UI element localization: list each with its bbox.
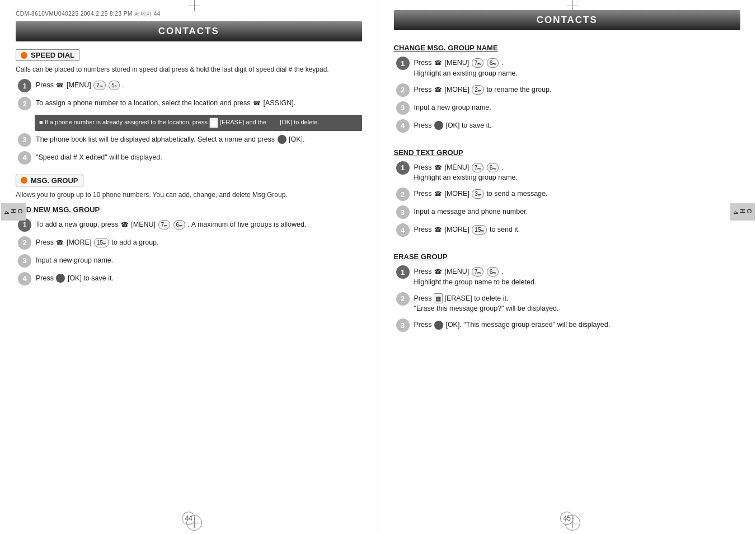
- eg-step-3: 3 Press [OK]. "This message group erased…: [396, 318, 741, 332]
- key-2cg: 2ₘ: [472, 85, 484, 95]
- cg-step-text-2: Press ☎ [MORE] 2ₘ to rename the group.: [414, 83, 552, 95]
- eg-step-num-3: 3: [396, 318, 410, 332]
- add-step-num-2: 2: [18, 236, 31, 250]
- erase-steps: 1 Press ☎ [MENU] 7ₘ 6ₘ .Highlight the gr…: [396, 265, 741, 332]
- st-step-4: 4 Press ☎ [MORE] 15ₘ to send it.: [396, 223, 741, 237]
- left-page: CDM-8610VMU040225 2004.2.25 8:23 PM 페이지 …: [0, 0, 378, 534]
- phone-icon-st1: ☎: [434, 163, 442, 172]
- cg-step-text-4: Press [OK] to save it.: [414, 119, 492, 131]
- crosshair-top-right: [567, 0, 578, 11]
- key-15st: 15ₘ: [472, 225, 487, 235]
- change-msg-steps: 1 Press ☎ [MENU] 7ₘ 6ₘ .Highlight an exi…: [396, 57, 741, 133]
- top-bar-left: CDM-8610VMU040225 2004.2.25 8:23 PM 페이지 …: [16, 10, 362, 18]
- key-7eg: 7ₘ: [472, 267, 484, 277]
- note-box-1: ■ If a phone number is already assigned …: [35, 115, 362, 131]
- st-step-text-1: Press ☎ [MENU] 7ₘ 6ₘ .Highlight an exist…: [414, 161, 518, 184]
- key-15a: 15ₘ: [94, 238, 109, 247]
- add-step-num-3: 3: [18, 254, 31, 268]
- send-text-group-section: SEND TEXT GROUP 1 Press ☎ [MENU] 7ₘ 6ₘ .…: [394, 143, 741, 242]
- speed-dial-section: SPEED DIAL Calls can be placed to number…: [16, 49, 362, 169]
- add-step-4: 4 Press [OK] to save it.: [18, 272, 362, 285]
- eg-step-2: 2 Press ▦ [ERASE] to delete it."Erase th…: [396, 292, 741, 315]
- erase-group-section: ERASE GROUP 1 Press ☎ [MENU] 7ₘ 6ₘ .High…: [394, 247, 741, 336]
- key-6a: 6ₘ: [173, 220, 186, 229]
- st-step-3: 3 Input a message and phone number.: [396, 205, 741, 219]
- ok-circle-note: [269, 118, 278, 127]
- key-7: 7ₘ: [93, 81, 106, 90]
- key-5: 5ₛ: [109, 81, 120, 90]
- crosshair-bottom-left: [189, 517, 200, 528]
- key-6cg: 6ₘ: [487, 58, 499, 68]
- cg-step-text-1: Press ☎ [MENU] 7ₘ 6ₘ .Highlight an exist…: [414, 57, 518, 79]
- add-step-3: 3 Input a new group name.: [18, 254, 362, 268]
- erase-group-heading: ERASE GROUP: [394, 252, 741, 261]
- eg-step-text-3: Press [OK]. "This message group erased" …: [414, 318, 611, 330]
- cg-step-4: 4 Press [OK] to save it.: [396, 119, 741, 133]
- step-num-1: 1: [18, 79, 31, 92]
- step-4: 4 "Speed dial # X edited" will be displa…: [18, 151, 362, 165]
- key-6st: 6ₘ: [487, 163, 499, 172]
- key-6eg: 6ₘ: [487, 267, 499, 277]
- phone-icon-2: ☎: [253, 99, 261, 108]
- add-step-text-1: To add a new group, press ☎ [MENU] 7ₘ 6ₘ…: [36, 218, 306, 230]
- st-step-text-4: Press ☎ [MORE] 15ₘ to send it.: [414, 223, 520, 235]
- cg-step-num-2: 2: [396, 83, 410, 97]
- key-7st: 7ₘ: [472, 163, 484, 172]
- phone-icon-st2: ☎: [434, 189, 442, 199]
- phone-icon-a2: ☎: [56, 238, 64, 247]
- key-7a: 7ₘ: [158, 220, 171, 229]
- eg-step-text-1: Press ☎ [MENU] 7ₘ 6ₘ .Highlight the grou…: [414, 265, 537, 288]
- msg-group-section: MSG. GROUP Allows you to group up to 10 …: [16, 175, 362, 290]
- phone-icon-cg1: ☎: [434, 58, 442, 68]
- speed-dial-title: SPEED DIAL: [16, 49, 79, 61]
- speed-dial-desc: Calls can be placed to numbers stored in…: [16, 64, 362, 74]
- phone-icon-a1: ☎: [121, 220, 129, 229]
- step-text-3: The phone book list will be displayed al…: [36, 133, 305, 145]
- step-2: 2 To assign a phone number to a location…: [18, 97, 362, 110]
- st-step-num-4: 4: [396, 223, 410, 237]
- cg-step-num-3: 3: [396, 101, 410, 115]
- eraser-icon-eg2: ▦: [434, 293, 443, 304]
- st-step-1: 1 Press ☎ [MENU] 7ₘ 6ₘ .Highlight an exi…: [396, 161, 741, 184]
- cg-step-3: 3 Input a new group name.: [396, 101, 741, 115]
- change-msg-group-section: CHANGE MSG. GROUP NAME 1 Press ☎ [MENU] …: [394, 38, 741, 137]
- step-3: 3 The phone book list will be displayed …: [18, 133, 362, 147]
- cg-step-1: 1 Press ☎ [MENU] 7ₘ 6ₘ .Highlight an exi…: [396, 57, 741, 79]
- change-msg-group-heading: CHANGE MSG. GROUP NAME: [394, 44, 741, 52]
- msg-group-desc: Allows you to group up to 10 phone numbe…: [16, 190, 362, 200]
- st-step-text-3: Input a message and phone number.: [414, 205, 528, 217]
- st-step-num-1: 1: [396, 161, 410, 175]
- eraser-icon-note: ▦: [209, 118, 218, 128]
- phone-icon-1: ☎: [56, 81, 64, 90]
- phone-icon-st4: ☎: [434, 225, 442, 235]
- cg-step-num-1: 1: [396, 57, 410, 70]
- left-header: CONTACTS: [16, 21, 362, 41]
- add-step-text-3: Input a new group name.: [36, 254, 113, 266]
- msg-group-title: MSG. GROUP: [16, 175, 83, 186]
- cg-step-2: 2 Press ☎ [MORE] 2ₘ to rename the group.: [396, 83, 741, 97]
- eg-step-1: 1 Press ☎ [MENU] 7ₘ 6ₘ .Highlight the gr…: [396, 265, 741, 288]
- phone-icon-cg2: ☎: [434, 85, 442, 95]
- ok-circle-eg3: [434, 321, 443, 330]
- orange-dot-speed: [21, 52, 27, 59]
- send-text-heading: SEND TEXT GROUP: [394, 148, 741, 157]
- eg-step-text-2: Press ▦ [ERASE] to delete it."Erase this…: [414, 292, 559, 315]
- send-text-steps: 1 Press ☎ [MENU] 7ₘ 6ₘ .Highlight an exi…: [396, 161, 741, 237]
- step-num-3: 3: [18, 133, 31, 147]
- st-step-text-2: Press ☎ [MORE] 3ₘ to send a message.: [414, 188, 548, 199]
- st-step-num-3: 3: [396, 205, 410, 219]
- crosshair-bottom-right: [567, 517, 578, 528]
- chapter-tab-left: C H 4: [1, 203, 26, 221]
- ok-circle-a4: [56, 274, 65, 283]
- right-page: CONTACTS CHANGE MSG. GROUP NAME 1 Press …: [378, 0, 757, 534]
- ok-circle-cg4: [434, 121, 443, 130]
- key-7cg: 7ₘ: [472, 58, 484, 68]
- add-step-2: 2 Press ☎ [MORE] 15ₘ to add a group.: [18, 236, 362, 250]
- eg-step-num-2: 2: [396, 292, 410, 306]
- add-step-text-4: Press [OK] to save it.: [36, 272, 114, 284]
- add-step-text-2: Press ☎ [MORE] 15ₘ to add a group.: [36, 236, 159, 248]
- step-text-1: Press ☎ [MENU] 7ₘ 5ₛ .: [36, 79, 124, 91]
- phone-icon-eg1: ☎: [434, 267, 442, 277]
- key-3st: 3ₘ: [472, 189, 484, 199]
- right-header: CONTACTS: [394, 10, 741, 30]
